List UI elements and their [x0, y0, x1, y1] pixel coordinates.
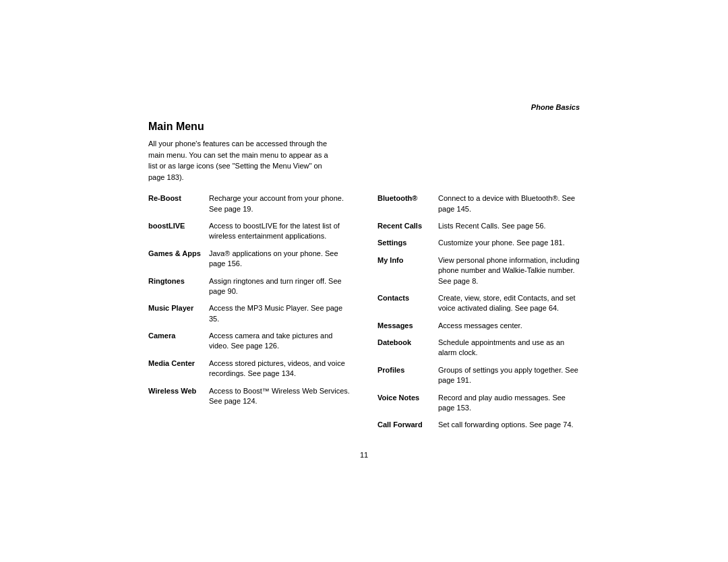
menu-item-desc: Access to Boost™ Wireless Web Services. … — [209, 386, 351, 407]
right-menu-item: Recent CallsLists Recent Calls. See page… — [377, 221, 580, 231]
left-menu-item: Re-BoostRecharge your account from your … — [148, 193, 351, 214]
menu-item-label: Profiles — [377, 365, 438, 375]
menu-item-label: Camera — [148, 331, 209, 341]
menu-item-desc: Recharge your account from your phone. S… — [209, 193, 351, 214]
menu-item-label: Bluetooth® — [377, 193, 438, 204]
right-menu-item: Call ForwardSet call forwarding options.… — [377, 420, 580, 430]
left-column: Re-BoostRecharge your account from your … — [148, 193, 351, 437]
intro-text: All your phone's features can be accesse… — [148, 138, 337, 183]
menu-item-desc: Connect to a device with Bluetooth®. See… — [438, 193, 580, 214]
menu-item-desc: Access stored pictures, videos, and voic… — [209, 358, 351, 379]
menu-item-desc: Assign ringtones and turn ringer off. Se… — [209, 276, 351, 297]
menu-item-label: Re-Boost — [148, 193, 209, 204]
left-menu-item: Wireless WebAccess to Boost™ Wireless We… — [148, 386, 351, 407]
menu-item-desc: Groups of settings you apply together. S… — [438, 365, 580, 386]
menu-item-desc: Access camera and take pictures and vide… — [209, 331, 351, 352]
left-menu-item: boostLIVEAccess to boostLIVE for the lat… — [148, 221, 351, 242]
right-menu-item: ContactsCreate, view, store, edit Contac… — [377, 293, 580, 314]
menu-item-desc: Create, view, store, edit Contacts, and … — [438, 293, 580, 314]
phone-basics-header: Phone Basics — [148, 103, 580, 111]
menu-item-desc: Lists Recent Calls. See page 56. — [438, 221, 580, 231]
menu-item-desc: Access the MP3 Music Player. See page 35… — [209, 303, 351, 324]
menu-item-label: Ringtones — [148, 276, 209, 286]
two-column-layout: Re-BoostRecharge your account from your … — [148, 193, 580, 437]
right-column: Bluetooth®Connect to a device with Bluet… — [377, 193, 580, 437]
main-menu-title: Main Menu — [148, 121, 580, 133]
left-menu-item: Music PlayerAccess the MP3 Music Player.… — [148, 303, 351, 324]
right-menu-item: ProfilesGroups of settings you apply tog… — [377, 365, 580, 386]
menu-item-label: Wireless Web — [148, 386, 209, 396]
menu-item-desc: Access to boostLIVE for the latest list … — [209, 221, 351, 242]
menu-item-label: Games & Apps — [148, 249, 209, 259]
right-menu-item: Voice NotesRecord and play audio message… — [377, 393, 580, 414]
menu-item-label: Recent Calls — [377, 221, 438, 231]
content-area: Phone Basics Main Menu All your phone's … — [135, 90, 593, 472]
menu-item-desc: Customize your phone. See page 181. — [438, 238, 580, 248]
menu-item-desc: Schedule appointments and use as an alar… — [438, 338, 580, 358]
menu-item-label: Datebook — [377, 338, 438, 348]
menu-item-label: Call Forward — [377, 420, 438, 430]
right-menu-item: Bluetooth®Connect to a device with Bluet… — [377, 193, 580, 214]
left-menu-item: Media CenterAccess stored pictures, vide… — [148, 358, 351, 379]
menu-item-desc: Record and play audio messages. See page… — [438, 393, 580, 414]
menu-item-label: Music Player — [148, 303, 209, 313]
menu-item-label: Voice Notes — [377, 393, 438, 403]
page-container: Phone Basics Main Menu All your phone's … — [0, 0, 728, 562]
menu-item-desc: View personal phone information, includi… — [438, 255, 580, 286]
menu-item-label: My Info — [377, 255, 438, 266]
right-menu-item: DatebookSchedule appointments and use as… — [377, 338, 580, 358]
page-number: 11 — [148, 451, 580, 459]
menu-item-desc: Access messages center. — [438, 321, 580, 331]
menu-item-desc: Java® applications on your phone. See pa… — [209, 249, 351, 270]
right-menu-item: My InfoView personal phone information, … — [377, 255, 580, 286]
right-menu-item: SettingsCustomize your phone. See page 1… — [377, 238, 580, 248]
right-menu-item: MessagesAccess messages center. — [377, 321, 580, 331]
menu-item-label: Media Center — [148, 358, 209, 369]
left-menu-item: CameraAccess camera and take pictures an… — [148, 331, 351, 352]
menu-item-desc: Set call forwarding options. See page 74… — [438, 420, 580, 430]
menu-item-label: Messages — [377, 321, 438, 331]
left-menu-item: RingtonesAssign ringtones and turn ringe… — [148, 276, 351, 297]
left-menu-item: Games & AppsJava® applications on your p… — [148, 249, 351, 270]
menu-item-label: boostLIVE — [148, 221, 209, 231]
menu-item-label: Settings — [377, 238, 438, 248]
menu-item-label: Contacts — [377, 293, 438, 303]
